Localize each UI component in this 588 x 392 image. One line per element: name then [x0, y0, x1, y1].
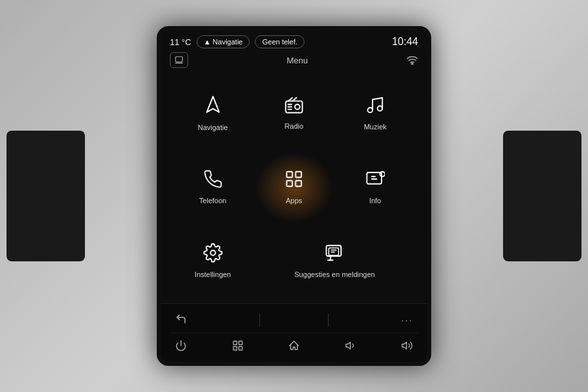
screen-bezel: 11 °C ▲ Navigatie Geen telef. 10:44 Menu	[157, 26, 431, 366]
menu-item-info[interactable]: $ Info	[336, 152, 414, 223]
more-button[interactable]: ···	[396, 312, 418, 328]
back-icon	[175, 313, 187, 325]
menu-item-radio[interactable]: Radio	[255, 78, 333, 149]
menu-item-muziek[interactable]: Muziek	[336, 78, 414, 149]
info-svg-icon: $	[365, 169, 385, 189]
svg-marker-3	[206, 97, 219, 112]
phone-svg-icon	[203, 169, 223, 189]
navigation-button[interactable]: ▲ Navigatie	[197, 35, 250, 48]
bottom-row-2	[170, 333, 418, 358]
suggestions-svg-icon	[325, 243, 344, 263]
suggesties-icon	[325, 243, 344, 266]
svg-point-5	[295, 105, 300, 110]
svg-rect-11	[287, 172, 293, 178]
svg-marker-30	[346, 342, 350, 350]
car-background: 11 °C ▲ Navigatie Geen telef. 10:44 Menu	[0, 0, 588, 392]
svg-rect-28	[233, 347, 237, 350]
main-menu-grid: Navigatie	[161, 72, 427, 303]
temperature-display: 11 °C	[170, 37, 191, 47]
apps-icon	[284, 169, 304, 192]
muziek-label: Muziek	[364, 122, 387, 131]
infotainment-screen: 11 °C ▲ Navigatie Geen telef. 10:44 Menu	[161, 30, 427, 362]
svg-point-9	[368, 108, 373, 113]
volume-down-button[interactable]	[340, 337, 362, 357]
menu-item-navigatie[interactable]: Navigatie	[174, 78, 252, 149]
menu-item-suggesties[interactable]: Suggesties en meldingen	[255, 226, 414, 297]
media-icon[interactable]	[170, 52, 188, 68]
svg-point-10	[378, 106, 383, 112]
volume-down-icon	[345, 340, 357, 351]
vent-right	[503, 131, 581, 261]
power-button[interactable]	[170, 337, 192, 357]
radio-label: Radio	[285, 122, 304, 131]
grid-button[interactable]	[227, 337, 249, 357]
divider-2	[328, 314, 329, 327]
instellingen-icon	[203, 243, 223, 266]
muziek-icon	[365, 95, 385, 118]
vent-left	[7, 131, 85, 261]
divider-1	[259, 314, 260, 327]
apps-label: Apps	[286, 196, 302, 205]
wifi-icon	[406, 54, 418, 67]
svg-rect-13	[287, 181, 293, 187]
radio-icon	[284, 96, 304, 118]
menu-item-apps[interactable]: Apps	[255, 152, 333, 223]
menu-item-instellingen[interactable]: Instellingen	[174, 226, 252, 297]
power-icon	[175, 340, 187, 351]
svg-rect-27	[238, 341, 242, 344]
radio-svg-icon	[284, 96, 304, 114]
instellingen-label: Instellingen	[195, 270, 231, 279]
info-icon: $	[365, 169, 385, 192]
volume-up-button[interactable]	[396, 337, 418, 357]
svg-point-2	[412, 63, 413, 64]
telefoon-label: Telefoon	[199, 196, 227, 205]
svg-rect-26	[233, 341, 237, 344]
media-svg-icon	[174, 56, 184, 65]
clock-display: 10:44	[392, 36, 418, 48]
menu-item-telefoon[interactable]: Telefoon	[174, 152, 252, 223]
settings-svg-icon	[203, 243, 223, 263]
grid-icon	[232, 340, 244, 351]
info-label: Info	[369, 196, 381, 205]
svg-rect-29	[238, 347, 242, 350]
phone-button[interactable]: Geen telef.	[255, 35, 304, 48]
apps-svg-icon	[284, 169, 304, 189]
bottom-controls: ···	[161, 303, 427, 362]
svg-text:$: $	[380, 172, 383, 176]
navigatie-label: Navigatie	[198, 123, 228, 132]
music-svg-icon	[365, 95, 385, 115]
telefoon-icon	[203, 169, 223, 192]
navigatie-icon	[203, 95, 223, 119]
svg-marker-31	[402, 342, 407, 350]
menu-title: Menu	[188, 56, 406, 65]
svg-point-20	[210, 251, 216, 256]
status-bar: 11 °C ▲ Navigatie Geen telef. 10:44	[161, 30, 427, 51]
svg-rect-14	[295, 181, 301, 187]
nav-svg-icon	[203, 95, 223, 116]
home-icon	[288, 340, 300, 351]
bottom-row-1: ···	[170, 308, 418, 333]
status-left: 11 °C ▲ Navigatie Geen telef.	[170, 35, 304, 48]
volume-up-icon	[401, 340, 413, 351]
svg-rect-0	[176, 57, 183, 62]
second-row: Menu	[161, 51, 427, 72]
svg-rect-12	[295, 172, 301, 178]
back-button[interactable]	[170, 310, 192, 330]
suggesties-label: Suggesties en meldingen	[294, 270, 375, 279]
home-button[interactable]	[283, 337, 305, 357]
wifi-svg-icon	[406, 54, 418, 65]
